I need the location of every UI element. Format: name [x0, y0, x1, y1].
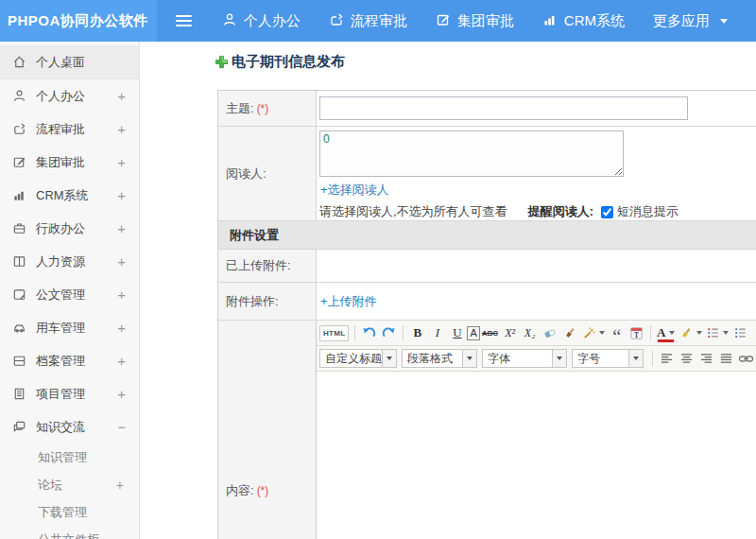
sidebar-item-vehicle-mgmt[interactable]: 用车管理 + [0, 311, 139, 344]
expand-toggle[interactable]: + [117, 220, 126, 236]
select-readers-link[interactable]: +选择阅读人 [320, 182, 756, 199]
briefcase-icon [12, 221, 27, 236]
sidebar-subitem-label: 论坛 [38, 477, 62, 494]
sidebar-subitem-label: 下载管理 [38, 504, 87, 521]
blockquote-button[interactable]: “ [607, 323, 627, 343]
chevron-down-icon [628, 350, 643, 367]
readers-row: 阅读人: 0 +选择阅读人 请选择阅读人,不选为所有人可查看 提醒阅读人: 短消… [218, 127, 756, 221]
editor-content-area[interactable] [317, 372, 756, 539]
sidebar-subitem-public-cabinet[interactable]: 公共文件柜 [0, 526, 139, 539]
expand-toggle[interactable]: + [117, 353, 126, 369]
expand-toggle[interactable]: + [117, 320, 126, 336]
sidebar-item-project-mgmt[interactable]: 项目管理 + [0, 377, 139, 410]
uploaded-attachments-empty [317, 250, 756, 282]
superscript-button[interactable]: X² [500, 323, 520, 343]
remove-format-eraser-button[interactable] [540, 323, 559, 343]
sidebar-item-admin-office[interactable]: 行政办公 + [0, 212, 139, 245]
expand-toggle[interactable]: + [117, 287, 126, 303]
app-logo: PHPOA协同办公软件 [0, 0, 157, 42]
sms-remind-label: 短消息提示 [617, 203, 679, 220]
font-color-button[interactable]: A [655, 323, 676, 343]
align-center-button[interactable] [677, 349, 696, 369]
sidebar-item-archive-mgmt[interactable]: 档案管理 + [0, 344, 139, 377]
app-window: PHPOA协同办公软件 个人办公 流程审批 [0, 0, 756, 539]
custom-title-select[interactable]: 自定义标题 [319, 349, 397, 368]
sidebar-item-label: 公文管理 [36, 287, 85, 304]
project-icon [12, 387, 27, 402]
sidebar: 个人桌面 个人办公 + 流程审批 + 集团审批 [0, 42, 140, 539]
expand-toggle[interactable]: + [117, 154, 126, 170]
sidebar-subitem-knowledge-mgmt[interactable]: 知识管理 [0, 443, 139, 471]
sidebar-item-document-mgmt[interactable]: 公文管理 + [0, 278, 139, 311]
field-label: 已上传附件: [218, 250, 317, 282]
editor-toolbar-row2: 自定义标题 段落格式 字体 字号 [317, 346, 756, 372]
nav-personal-office[interactable]: 个人办公 [222, 12, 301, 30]
expand-toggle[interactable]: + [117, 187, 126, 203]
nav-label: CRM系统 [564, 12, 625, 30]
sidebar-item-personal-desktop[interactable]: 个人桌面 [0, 45, 139, 79]
sidebar-item-personal-office[interactable]: 个人办公 + [0, 79, 139, 113]
subscript-button[interactable]: X₂ [520, 323, 540, 343]
justify-button[interactable] [716, 349, 736, 369]
ordered-list-button[interactable] [704, 323, 730, 343]
expand-toggle[interactable]: + [117, 88, 126, 104]
sidebar-item-label: 档案管理 [36, 353, 85, 370]
underline-button[interactable]: U [447, 323, 467, 343]
sidebar-item-workflow-approval[interactable]: 流程审批 + [0, 113, 139, 146]
font-border-button[interactable]: A [467, 326, 479, 340]
undo-button[interactable] [359, 323, 379, 343]
car-icon [12, 321, 27, 336]
align-left-button[interactable] [657, 349, 677, 369]
field-label: 主题: (*) [218, 91, 317, 126]
sidebar-subitem-forum[interactable]: 论坛 + [0, 471, 139, 498]
align-right-button[interactable] [696, 349, 716, 369]
sidebar-item-hr[interactable]: 人力资源 + [0, 245, 139, 278]
attachment-actions-row: 附件操作: +上传附件 [218, 283, 756, 321]
chevron-down-icon [462, 350, 476, 367]
sidebar-item-label: 知识交流 [36, 419, 85, 436]
readers-textarea[interactable]: 0 [319, 130, 624, 177]
paragraph-format-select[interactable]: 段落格式 [402, 349, 477, 368]
hamburger-menu-icon[interactable] [176, 15, 192, 27]
sidebar-item-crm[interactable]: CRM系统 + [0, 179, 139, 212]
collapse-toggle[interactable]: − [117, 419, 126, 435]
strikethrough-button[interactable]: ABC [480, 323, 500, 343]
nav-more-apps[interactable]: 更多应用 [653, 12, 728, 30]
expand-toggle[interactable]: + [117, 253, 126, 270]
insert-link-button[interactable] [736, 349, 756, 369]
sidebar-item-knowledge-exchange[interactable]: 知识交流 − [0, 410, 139, 443]
background-color-button[interactable] [677, 323, 704, 343]
insert-date-button[interactable]: T [627, 323, 646, 343]
green-plus-icon [215, 55, 229, 69]
person-icon [222, 12, 237, 30]
sms-remind-checkbox[interactable] [601, 206, 613, 218]
font-family-select[interactable]: 字体 [482, 349, 567, 368]
sidebar-subitem-download-mgmt[interactable]: 下载管理 [0, 498, 139, 526]
archive-icon [12, 354, 27, 369]
rich-text-editor: HTML B [316, 321, 756, 539]
nav-workflow-approval[interactable]: 流程审批 [329, 12, 407, 30]
expand-toggle[interactable]: + [117, 121, 126, 137]
nav-label: 流程审批 [351, 12, 407, 30]
redo-button[interactable] [379, 323, 399, 343]
subject-input[interactable] [319, 96, 688, 120]
unordered-list-button[interactable] [730, 323, 750, 343]
workflow-icon [329, 12, 344, 30]
format-painter-button[interactable] [559, 323, 579, 343]
sidebar-item-label: 流程审批 [36, 121, 85, 138]
html-source-button[interactable]: HTML [319, 325, 349, 341]
chevron-down-icon [669, 331, 675, 335]
top-bar: PHPOA协同办公软件 个人办公 流程审批 [0, 0, 756, 42]
expand-toggle[interactable]: + [116, 478, 124, 493]
upload-attachment-link[interactable]: +上传附件 [320, 293, 756, 310]
auto-typeset-wand-button[interactable] [579, 323, 607, 343]
nav-crm-system[interactable]: CRM系统 [542, 12, 625, 30]
main-content: 电子期刊信息发布 主题: (*) 阅读人: 0 +选择阅 [141, 42, 756, 539]
sidebar-item-group-approval[interactable]: 集团审批 + [0, 146, 139, 179]
font-size-select[interactable]: 字号 [572, 349, 644, 368]
nav-group-approval[interactable]: 集团审批 [436, 12, 514, 30]
italic-button[interactable]: I [427, 323, 447, 343]
bold-button[interactable]: B [407, 323, 427, 343]
nav-label: 集团审批 [457, 12, 514, 30]
expand-toggle[interactable]: + [117, 386, 126, 402]
